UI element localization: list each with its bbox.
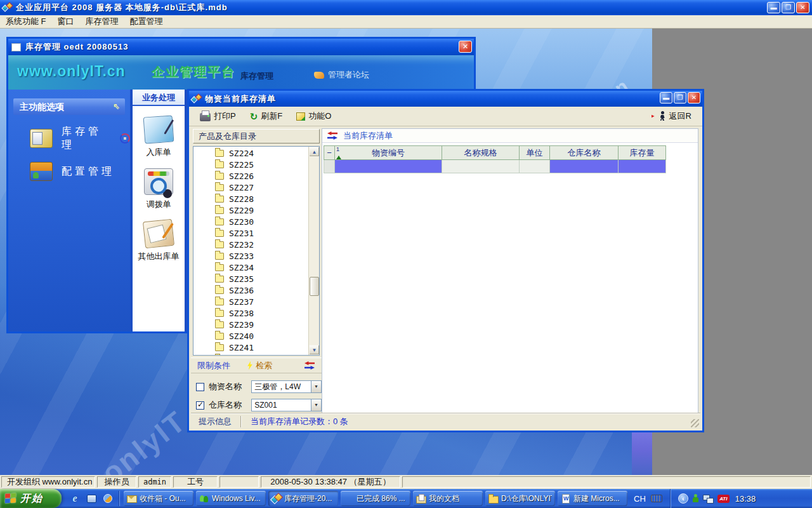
restore-icon[interactable]: ❐ (782, 2, 795, 13)
stock-table: − 1 物资编号 名称规格 单位 仓库名称 库存量 (324, 145, 666, 173)
tree-item[interactable]: SZ225 (193, 159, 308, 170)
tree-item[interactable]: SZ231 (193, 227, 308, 239)
folder-icon (215, 264, 224, 271)
inventory-window-titlebar: 库存管理 oedt 20080513 ✕ (8, 39, 474, 55)
tree-item[interactable]: SZ233 (193, 250, 308, 262)
warehouse-tree: SZ224 SZ225 SZ226 (193, 146, 320, 356)
filter-header-label: 限制条件 (197, 360, 230, 371)
folder-icon (215, 161, 224, 168)
business-actions-panel: 业务处理 入库单 调拨单 (130, 90, 187, 331)
function-button[interactable]: 功能O (291, 108, 337, 124)
forum-link[interactable]: 管理者论坛 (314, 69, 369, 81)
nav-item-inventory[interactable]: 库存管理 (30, 125, 130, 152)
keyboard-icon[interactable] (651, 495, 662, 502)
filter-checkbox[interactable] (196, 401, 204, 410)
outlook-express-icon[interactable] (102, 493, 114, 504)
tree-item[interactable]: SZ234 (193, 262, 308, 273)
close-icon[interactable]: ✕ (796, 2, 809, 13)
scrollbar-thumb[interactable] (310, 277, 319, 296)
minimize-icon[interactable]: ▬ (660, 92, 672, 104)
taskbar-button[interactable]: Windows Liv... (196, 491, 266, 506)
tree-item[interactable]: SZ237 (193, 296, 308, 307)
minimize-icon[interactable]: ▬ (767, 2, 780, 13)
menu-item[interactable]: 窗口 (52, 15, 80, 29)
swap-icon[interactable] (304, 361, 315, 370)
column-header[interactable]: 名称规格 (442, 145, 520, 160)
close-icon[interactable]: ✕ (688, 92, 700, 104)
tree-item[interactable]: SZ226 (193, 170, 308, 182)
taskbar-button[interactable]: 库存管理-20... (268, 491, 338, 506)
start-button[interactable]: 开始 (0, 489, 62, 508)
action-button[interactable]: 其他出库单 (133, 220, 185, 262)
corner-cell[interactable]: − (324, 145, 335, 160)
hide-icons-icon[interactable]: ‹ (678, 493, 688, 504)
language-indicator[interactable]: CH (634, 494, 646, 504)
search-button[interactable]: 检索 (247, 360, 272, 371)
statusbar-datetime: 2008-05-30 13:38:47 （星期五） (261, 476, 400, 488)
main-function-panel: 主功能选项 ⇖ 库存管理 配置管理 (8, 90, 130, 331)
filter-checkbox[interactable] (196, 383, 204, 391)
maximize-icon[interactable]: ❐ (674, 92, 686, 104)
messenger-tray-icon[interactable] (693, 494, 698, 503)
website-link[interactable]: www.onlyIT.cn (17, 63, 126, 80)
language-bar[interactable]: CH (634, 494, 662, 504)
tree-item[interactable]: SZ228 (193, 193, 308, 204)
inventory-window-title: 库存管理 oedt 20080513 (25, 41, 129, 53)
scroll-up-icon[interactable]: ▲ (309, 147, 320, 157)
tree-item[interactable]: SZ230 (193, 216, 308, 227)
show-desktop-icon[interactable] (86, 493, 97, 504)
menu-item[interactable]: 库存管理 (80, 15, 124, 29)
tree-item[interactable]: SZ232 (193, 239, 308, 250)
column-header[interactable]: 单位 (520, 145, 550, 160)
tab-business[interactable]: 业务处理 (133, 90, 185, 106)
tree-item[interactable]: SZ229 (193, 204, 308, 216)
statusbar-spacer (402, 476, 811, 488)
tree-item[interactable]: SZ239 (193, 319, 308, 330)
filter-combobox[interactable]: 三极管，L4W ▼ (251, 380, 322, 393)
chevron-down-icon[interactable]: ▼ (311, 399, 321, 411)
refresh-button[interactable]: ↻ 刷新F (244, 108, 289, 124)
dialog-title: 物资当前库存清单 (205, 93, 276, 105)
taskbar-button[interactable]: D:\仓库\ONLYIT (485, 491, 555, 506)
taskbar: 开始 e 收件箱 - Ou... Windows Liv... (0, 489, 812, 508)
column-header[interactable]: 库存量 (619, 145, 666, 160)
taskbar-button[interactable]: 我的文档 (413, 491, 483, 506)
chevron-down-icon[interactable]: ▼ (311, 381, 321, 392)
tree-item[interactable]: SZ224 (193, 147, 308, 159)
ie-icon[interactable]: e (69, 493, 81, 504)
ati-tray-icon[interactable]: ATI (717, 495, 730, 503)
resize-grip[interactable] (691, 419, 699, 427)
menu-item[interactable]: 配置管理 (124, 15, 169, 29)
return-button[interactable]: 返回R (646, 108, 697, 124)
table-row[interactable] (324, 160, 666, 173)
tree-item[interactable]: SZ238 (193, 307, 308, 319)
tree-scrollbar[interactable]: ▲ ▼ (308, 147, 319, 355)
taskbar-button[interactable]: 已完成 86% ... (341, 491, 410, 506)
tree-item[interactable]: SZ242 (193, 353, 308, 356)
column-header[interactable]: 仓库名称 (550, 145, 619, 160)
folder-icon (215, 218, 224, 225)
action-button[interactable]: 入库单 (133, 116, 185, 158)
column-header[interactable]: 1 物资编号 (335, 145, 442, 160)
tree-item[interactable]: SZ236 (193, 284, 308, 296)
platform-logo-text: 企业管理平台 (152, 64, 235, 81)
action-button[interactable]: 调拨单 (133, 168, 185, 210)
menu-item[interactable]: 系统功能 F (0, 15, 52, 29)
document-icon (11, 43, 21, 51)
close-icon[interactable]: ✕ (459, 41, 472, 53)
taskbar-app-icon (416, 494, 426, 503)
print-button[interactable]: 打印P (194, 108, 242, 124)
main-window-title: 企业应用平台 2008 服务器 本地服务-db\正式库.mdb (16, 2, 228, 13)
folder-icon (215, 298, 224, 305)
tree-item[interactable]: SZ235 (193, 273, 308, 284)
grid-section-header: 当前库存清单 (322, 129, 698, 143)
scroll-down-icon[interactable]: ▼ (309, 345, 320, 355)
tree-item[interactable]: SZ240 (193, 330, 308, 342)
taskbar-button[interactable]: 新建 Micros... (558, 491, 627, 506)
taskbar-button[interactable]: 收件箱 - Ou... (124, 491, 193, 506)
network-tray-icon[interactable] (703, 495, 713, 503)
tree-item[interactable]: SZ241 (193, 342, 308, 353)
nav-item-config[interactable]: 配置管理 (30, 162, 130, 181)
filter-combobox[interactable]: SZ001 ▼ (251, 399, 322, 411)
tree-item[interactable]: SZ227 (193, 182, 308, 193)
